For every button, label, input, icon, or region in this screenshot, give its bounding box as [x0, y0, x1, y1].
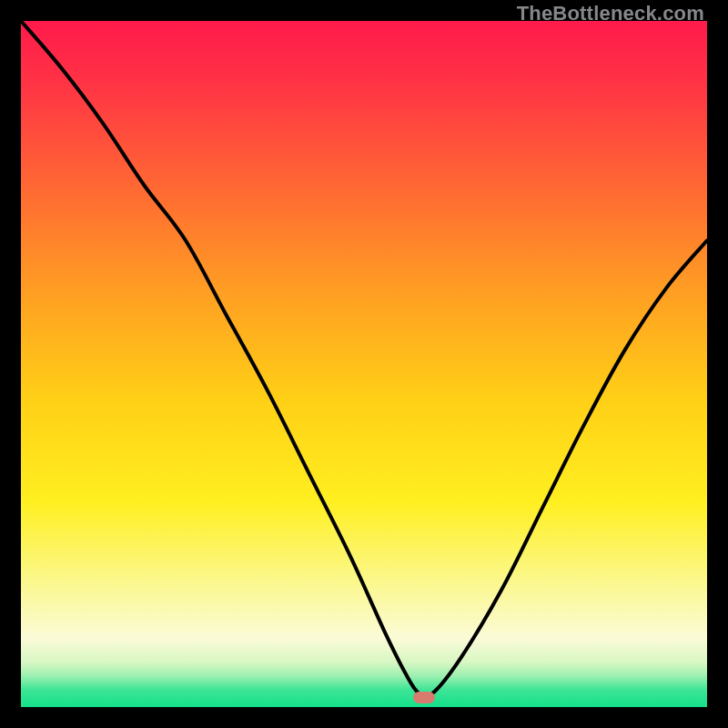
- bottleneck-chart: [21, 21, 707, 707]
- optimal-marker: [413, 692, 435, 703]
- watermark: TheBottleneck.com: [517, 2, 704, 25]
- gradient-bg: [21, 21, 707, 707]
